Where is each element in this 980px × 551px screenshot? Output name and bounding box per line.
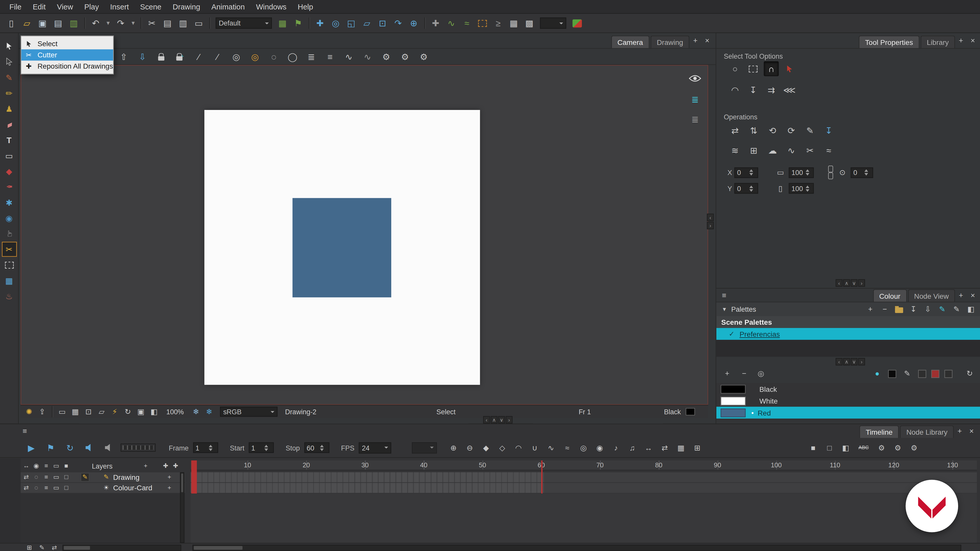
cut-icon[interactable]: ✂ — [145, 16, 159, 30]
tool-turntable[interactable]: ♨ — [2, 289, 17, 303]
y-offset-spinner[interactable] — [746, 184, 756, 193]
marquee-icon[interactable] — [746, 61, 761, 76]
scene-settings-icon[interactable]: ⚙ — [416, 49, 431, 64]
layer-name[interactable]: Drawing — [113, 473, 139, 481]
open-scene-icon[interactable]: ▱ — [19, 16, 35, 30]
rotate-90-ccw-icon[interactable]: ⟲ — [765, 123, 780, 138]
exposure-cells[interactable] — [191, 483, 544, 493]
stop-field[interactable]: 60 — [304, 442, 329, 453]
edit-columns-icon[interactable]: ✎ — [38, 543, 46, 551]
ease-out-icon[interactable]: ∪ — [529, 441, 541, 454]
add-view-icon[interactable]: + — [689, 35, 701, 47]
add-palette-icon[interactable]: + — [864, 303, 877, 315]
drawn-square[interactable] — [293, 198, 391, 297]
tool-text[interactable]: T — [2, 132, 17, 148]
layer-arrow-icon[interactable]: ⇄ — [22, 484, 30, 492]
smooth-ease-icon[interactable]: ≈ — [561, 441, 573, 454]
colour-space-dropdown[interactable]: sRGB — [220, 407, 277, 416]
ease-curve2-icon[interactable]: ∿ — [360, 49, 375, 64]
tool-rotate-view[interactable]: ◉ — [2, 210, 17, 225]
import-images-icon[interactable]: ▥ — [66, 16, 81, 30]
close-view-icon[interactable]: × — [966, 425, 978, 437]
select-by-colour-icon[interactable] — [782, 61, 797, 76]
swap-frames-icon[interactable]: ⇄ — [659, 441, 671, 454]
stop-motion-keyframe-icon[interactable]: ◇ — [496, 441, 508, 454]
flatten-icon[interactable]: ↧ — [821, 123, 836, 138]
field-grid-icon[interactable]: ▩ — [522, 16, 537, 30]
apply-to-all-drawings-icon[interactable]: ↧ — [746, 83, 761, 97]
scrollbar-thumb[interactable] — [181, 473, 183, 492]
zoom-timeline-icon[interactable]: ⊞ — [691, 441, 703, 454]
rotation-spinner[interactable] — [862, 168, 871, 177]
tool-reposition[interactable] — [2, 257, 17, 272]
scale-icon[interactable]: ◱ — [344, 16, 359, 30]
red-swatch[interactable] — [721, 408, 746, 417]
translate-icon[interactable]: ✚ — [312, 16, 328, 30]
onion-after-icon[interactable]: ≈ — [460, 16, 474, 30]
layer-enable-icon[interactable]: ◌ — [32, 484, 41, 492]
width-spinner[interactable] — [803, 168, 811, 177]
stroke-slash-icon[interactable]: ∕ — [191, 49, 206, 64]
paste-icon[interactable]: ▥ — [176, 16, 191, 30]
show-grid-icon[interactable]: ▦ — [675, 441, 687, 454]
skew-icon[interactable]: ▱ — [360, 16, 374, 30]
distribute-icon[interactable]: ≋ — [728, 143, 743, 158]
layer-pages-icon[interactable]: ≣ — [687, 112, 703, 127]
render-play-icon[interactable]: ⚑ — [43, 440, 58, 455]
menu-scene[interactable]: Scene — [135, 0, 167, 13]
colour-swatch-dark1-icon[interactable] — [918, 370, 926, 378]
collapse-right-icon[interactable]: › — [707, 222, 714, 229]
add-sublayer-icon[interactable]: + — [165, 473, 174, 482]
scrollbar-thumb[interactable] — [194, 546, 242, 549]
layer-settings-icon[interactable]: ⚙ — [892, 441, 904, 454]
close-view-icon[interactable]: × — [967, 35, 979, 47]
timeline-settings-icon[interactable]: ⚙ — [876, 441, 888, 454]
solo-column-icon[interactable]: ■ — [62, 462, 70, 470]
colour-swatch-black-icon[interactable] — [888, 370, 896, 378]
ellipse-flat-icon[interactable]: ◌ — [266, 49, 281, 64]
redo-icon[interactable]: ↷ — [113, 16, 128, 30]
swap-columns-icon[interactable]: ⇄ — [50, 543, 59, 551]
jog-slider[interactable] — [121, 444, 156, 452]
texture-icon[interactable]: ❄ — [203, 406, 215, 418]
stop-frame-marker[interactable] — [541, 460, 542, 494]
motion-keyframe-icon[interactable]: ◆ — [480, 441, 492, 454]
height-icon[interactable]: ▯ — [775, 183, 787, 194]
snapshot-icon[interactable]: ▭ — [191, 16, 206, 30]
palette-mode-icon[interactable]: ◧ — [965, 303, 977, 315]
tool-pencil[interactable]: ✏ — [2, 86, 17, 101]
layer-solo-icon[interactable]: □ — [62, 484, 70, 492]
antialias-icon[interactable]: ❄ — [190, 406, 202, 418]
tool-stamp[interactable]: ♟ — [2, 101, 17, 116]
layer-row-drawing[interactable]: ⇄ ◌ ≡ ▭ □ ✎ ✎ Drawing + — [21, 472, 185, 483]
rotation-field[interactable]: 0 — [851, 167, 873, 178]
fps-dropdown[interactable]: 24 — [359, 442, 391, 453]
caps-view-icon[interactable]: ⇪ — [36, 406, 48, 418]
link-palette-icon[interactable]: ↧ — [907, 303, 920, 315]
show-outline-icon[interactable]: ≡ — [42, 462, 51, 470]
stop-spinner[interactable] — [317, 443, 327, 452]
tool-hand[interactable]: ☞ — [2, 226, 17, 241]
view-settings-icon[interactable]: ⚙ — [908, 441, 920, 454]
remove-colour-icon[interactable]: − — [738, 368, 750, 380]
lock-column-icon[interactable]: ▭ — [52, 462, 60, 470]
tool-select[interactable] — [2, 39, 17, 54]
rotation-icon[interactable]: ⊙ — [837, 167, 849, 179]
tab-camera[interactable]: Camera — [611, 36, 649, 48]
panel-menu-icon[interactable]: ≡ — [19, 425, 30, 437]
add-view-icon[interactable]: + — [955, 35, 967, 47]
edit-palette-icon[interactable]: ✎ — [936, 303, 948, 315]
ease-curve-icon[interactable]: ∿ — [341, 49, 356, 64]
remove-strokes-icon[interactable]: ☁ — [765, 143, 780, 158]
add-colour-icon[interactable]: + — [721, 368, 733, 380]
rename-palette-icon[interactable]: ✎ — [951, 303, 963, 315]
optimize-icon[interactable]: ≈ — [821, 143, 836, 158]
copy-icon[interactable]: ▤ — [160, 16, 175, 30]
camera-viewport[interactable]: ≣ ≣ — [21, 65, 708, 405]
new-scene-icon[interactable]: ▯ — [4, 16, 19, 30]
tab-node-view[interactable]: Node View — [908, 289, 955, 302]
zoom-level[interactable]: 100% — [166, 408, 184, 415]
white-swatch[interactable] — [721, 396, 746, 405]
width-icon[interactable]: ▭ — [775, 167, 787, 179]
workspace-dropdown[interactable]: Default — [216, 17, 272, 29]
